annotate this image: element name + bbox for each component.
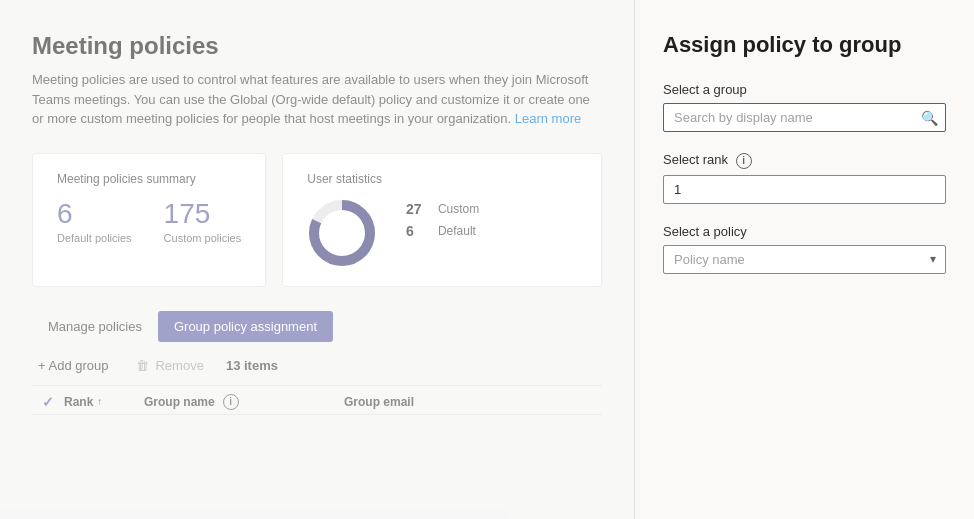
search-icon: 🔍 (921, 110, 938, 126)
table-header: ✓ Rank ↑ Group name i Group email (32, 386, 602, 415)
search-group-input[interactable] (663, 103, 946, 132)
default-count: 6 (57, 198, 132, 230)
sort-rank-icon: ↑ (97, 396, 102, 407)
user-statistics-card: User statistics 27 Custom 6 (282, 153, 602, 287)
check-icon: ✓ (42, 394, 54, 410)
th-rank[interactable]: Rank ↑ (64, 395, 144, 409)
custom-label: Custom policies (164, 232, 242, 244)
page-description: Meeting policies are used to control wha… (32, 70, 602, 129)
policy-select-wrap: Policy name ▾ (663, 245, 946, 274)
custom-stat-item: 27 Custom (406, 201, 479, 217)
th-group-name[interactable]: Group name i (144, 394, 344, 410)
tab-group-policy-assignment[interactable]: Group policy assignment (158, 311, 333, 342)
group-name-info-icon[interactable]: i (223, 394, 239, 410)
select-group-label: Select a group (663, 82, 946, 97)
custom-policies-stat: 175 Custom policies (164, 198, 242, 244)
page-title: Meeting policies (32, 32, 602, 60)
custom-count: 175 (164, 198, 242, 230)
tabs-row: Manage policies Group policy assignment (32, 311, 602, 342)
policy-select[interactable]: Policy name (663, 245, 946, 274)
toolbar-row: + Add group 🗑 Remove 13 items (32, 342, 602, 386)
th-checkbox: ✓ (32, 394, 64, 410)
default-stat-item: 6 Default (406, 223, 479, 239)
user-stat-content: User statistics (307, 172, 382, 268)
default-label: Default policies (57, 232, 132, 244)
select-policy-label: Select a policy (663, 224, 946, 239)
select-rank-form-group: Select rank i (663, 152, 946, 204)
th-group-email[interactable]: Group email (344, 395, 544, 409)
select-group-form-group: Select a group 🔍 (663, 82, 946, 132)
select-policy-form-group: Select a policy Policy name ▾ (663, 224, 946, 274)
learn-more-link[interactable]: Learn more (515, 111, 581, 126)
right-panel: Assign policy to group Select a group 🔍 … (634, 0, 974, 519)
summary-row: Meeting policies summary 6 Default polic… (32, 153, 602, 287)
items-count: 13 items (226, 358, 278, 373)
rank-input[interactable] (663, 175, 946, 204)
select-rank-label: Select rank i (663, 152, 946, 169)
user-stat-title: User statistics (307, 172, 382, 186)
summary-card-title: Meeting policies summary (57, 172, 241, 186)
add-group-button[interactable]: + Add group (32, 354, 114, 377)
tab-manage-policies[interactable]: Manage policies (32, 311, 158, 342)
summary-card-stats: 6 Default policies 175 Custom policies (57, 198, 241, 244)
search-input-wrap: 🔍 (663, 103, 946, 132)
default-user-label: Default (438, 224, 476, 238)
custom-user-label: Custom (438, 202, 479, 216)
panel-title: Assign policy to group (663, 32, 946, 58)
custom-user-count: 27 (406, 201, 430, 217)
remove-button[interactable]: 🗑 Remove (130, 354, 209, 377)
left-panel: Meeting policies Meeting policies are us… (0, 0, 634, 519)
meeting-policies-summary-card: Meeting policies summary 6 Default polic… (32, 153, 266, 287)
default-user-count: 6 (406, 223, 430, 239)
stat-legend: 27 Custom 6 Default (406, 201, 479, 239)
donut-svg (307, 198, 377, 268)
rank-info-icon[interactable]: i (736, 153, 752, 169)
donut-chart (307, 198, 377, 268)
delete-icon: 🗑 (136, 358, 149, 373)
default-policies-stat: 6 Default policies (57, 198, 132, 244)
